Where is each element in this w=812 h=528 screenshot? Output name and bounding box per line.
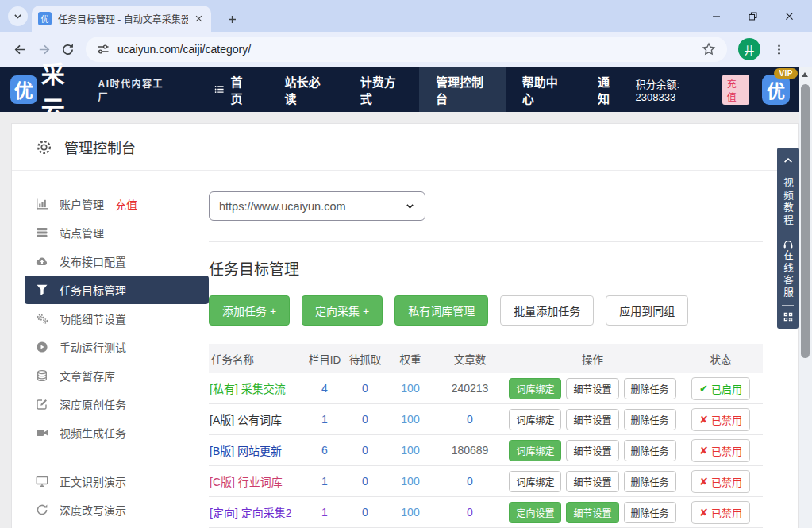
task-name[interactable]: [C版] 行业词库 [209, 473, 306, 489]
sidebar-item-7[interactable]: 文章暂存库 [25, 361, 209, 390]
row-action-button[interactable]: 词库绑定 [509, 409, 561, 430]
browser-profile-avatar[interactable]: 井 [738, 38, 760, 60]
sidebar-item-11[interactable]: 正文识别演示 [25, 467, 209, 495]
row-action-button[interactable]: 定向设置 [509, 502, 561, 523]
status-button[interactable]: ✘已禁用 [691, 501, 750, 524]
sidebar-item-label: 发布接口配置 [60, 253, 126, 269]
table-row-1: [私有] 采集交流40100240213词库绑定细节设置删除任务✔已启用 [209, 373, 763, 404]
row-action-button[interactable]: 词库绑定 [509, 471, 561, 492]
sidebar-item-6[interactable]: 手动运行测试 [25, 333, 209, 361]
sidebar-item-9[interactable]: 视频生成任务 [25, 418, 209, 447]
pending-count[interactable]: 0 [343, 413, 387, 426]
logo-icon[interactable]: 优 [10, 75, 37, 104]
qr-code-icon[interactable] [783, 311, 794, 322]
pending-count[interactable]: 0 [343, 506, 387, 518]
column-id[interactable]: 4 [306, 382, 343, 395]
pending-count[interactable]: 0 [343, 382, 387, 395]
user-avatar[interactable]: 优 VIP [762, 75, 790, 105]
bookmark-star-icon[interactable] [702, 42, 716, 56]
page-scrollbar[interactable] [799, 67, 812, 528]
nav-item-3[interactable]: 计费方式 [344, 67, 419, 112]
row-action-button[interactable]: 删除任务 [624, 502, 676, 523]
row-action-button[interactable]: 细节设置 [566, 502, 618, 523]
row-action-button[interactable]: 细节设置 [566, 471, 618, 492]
url-bar[interactable]: ucaiyun.com/caiji/category/ [86, 37, 727, 62]
sidebar-item-1[interactable]: 账户管理充值 [25, 190, 209, 218]
tune-icon[interactable] [97, 43, 110, 56]
row-action-button[interactable]: 删除任务 [624, 378, 676, 399]
sidebar-item-label: 功能细节设置 [60, 310, 126, 326]
nav-item-4[interactable]: 管理控制台 [419, 67, 506, 112]
action-button-3[interactable]: 私有词库管理 [394, 295, 488, 326]
weight-value[interactable]: 100 [387, 444, 433, 457]
status-button[interactable]: ✔已启用 [691, 377, 750, 400]
column-id[interactable]: 6 [306, 444, 343, 457]
sidebar-item-2[interactable]: 站点管理 [25, 218, 209, 247]
scrollbar-thumb[interactable] [801, 84, 810, 358]
weight-value[interactable]: 100 [387, 506, 433, 518]
tab-close-icon[interactable] [192, 13, 205, 25]
restore-button[interactable] [734, 0, 771, 32]
action-button-4[interactable]: 批量添加任务 [500, 295, 594, 326]
new-tab-button[interactable] [222, 10, 241, 29]
action-button-5[interactable]: 应用到同组 [606, 295, 688, 326]
nav-item-5[interactable]: 帮助中心 [506, 67, 581, 112]
video-tutorial-button[interactable]: 视频教程 [780, 178, 795, 227]
chevron-down-icon [405, 201, 415, 211]
browser-menu-icon[interactable] [770, 40, 787, 58]
status-button[interactable]: ✘已禁用 [691, 439, 750, 462]
pending-count[interactable]: 0 [343, 444, 387, 457]
task-name[interactable]: [定向] 定向采集2 [209, 504, 306, 520]
task-name[interactable]: [私有] 采集交流 [209, 380, 306, 396]
pending-count[interactable]: 0 [343, 475, 387, 488]
column-id[interactable]: 1 [306, 506, 343, 518]
back-button[interactable] [8, 37, 32, 61]
nav-item-label: 帮助中心 [522, 73, 564, 106]
row-action-button[interactable]: 细节设置 [566, 440, 618, 461]
browser-tab[interactable]: 优 任务目标管理 - 自动文章采集器 [32, 6, 211, 32]
sidebar-item-label: 文章暂存库 [60, 368, 115, 383]
scrollbar-up-arrow[interactable] [802, 72, 808, 77]
minimize-button[interactable] [698, 0, 734, 32]
task-name[interactable]: [A版] 公有词库 [209, 411, 306, 427]
recharge-link[interactable]: 充值 [115, 196, 137, 212]
column-header: 待抓取 [343, 351, 387, 367]
status-button[interactable]: ✘已禁用 [691, 408, 750, 431]
tab-search-button[interactable] [8, 6, 28, 26]
close-button[interactable] [771, 0, 807, 32]
article-count: 180689 [433, 444, 506, 457]
nav-item-1[interactable]: 首页 [198, 67, 267, 112]
back-to-top-button[interactable] [783, 155, 794, 166]
site-select[interactable]: https://www.ucaiyun.com [209, 191, 425, 221]
online-service-button[interactable]: 在线客服 [780, 250, 795, 299]
status-icon: ✘ [699, 414, 708, 426]
row-action-button[interactable]: 细节设置 [566, 409, 618, 430]
row-action-button[interactable]: 删除任务 [624, 440, 676, 461]
action-button-1[interactable]: 添加任务 + [209, 295, 290, 326]
column-id[interactable]: 1 [306, 475, 343, 488]
cloud-upload-icon [36, 255, 48, 268]
row-action-button[interactable]: 删除任务 [624, 471, 676, 492]
row-action-button[interactable]: 删除任务 [624, 409, 676, 430]
row-action-button[interactable]: 词库绑定 [509, 440, 561, 461]
action-button-2[interactable]: 定向采集 + [302, 295, 383, 326]
sidebar-item-12[interactable]: 深度改写演示 [25, 495, 209, 524]
row-action-button[interactable]: 细节设置 [566, 378, 618, 399]
weight-value[interactable]: 100 [387, 413, 433, 426]
status-button[interactable]: ✘已禁用 [691, 470, 750, 493]
column-id[interactable]: 1 [306, 413, 343, 426]
nav-item-6[interactable]: 通知 [581, 67, 636, 112]
gears-icon [36, 312, 48, 325]
row-action-button[interactable]: 词库绑定 [509, 378, 561, 399]
sidebar-item-8[interactable]: 深度原创任务 [25, 390, 209, 418]
weight-value[interactable]: 100 [387, 475, 433, 488]
sidebar-item-5[interactable]: 功能细节设置 [25, 304, 209, 333]
sidebar-item-4[interactable]: 任务目标管理 [25, 276, 209, 304]
task-name[interactable]: [B版] 网站更新 [209, 442, 306, 458]
vip-badge: VIP [774, 68, 798, 79]
sidebar-item-3[interactable]: 发布接口配置 [25, 247, 209, 276]
recharge-badge[interactable]: 充值 [722, 75, 749, 105]
edit-icon [36, 398, 48, 410]
weight-value[interactable]: 100 [387, 382, 433, 395]
nav-item-2[interactable]: 站长必读 [268, 67, 344, 112]
